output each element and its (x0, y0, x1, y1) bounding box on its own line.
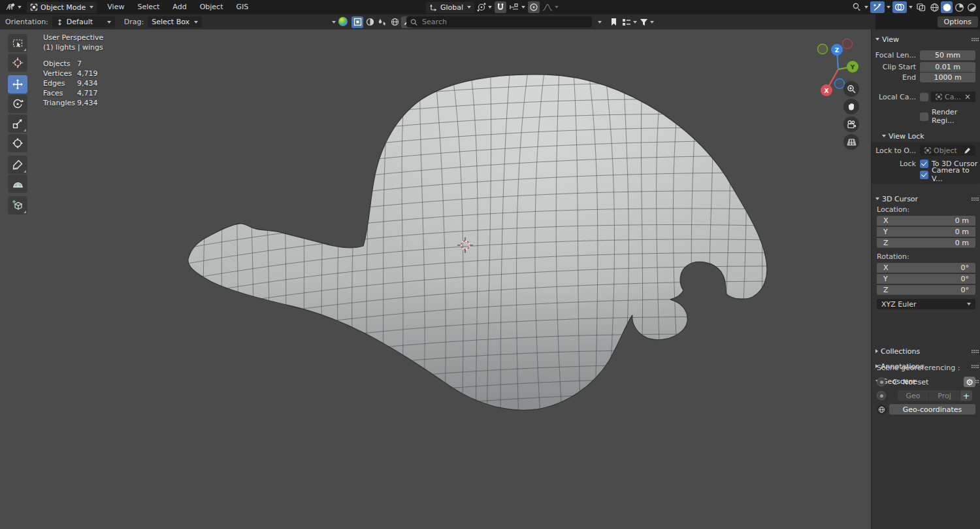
tool-move[interactable] (8, 75, 27, 94)
geo-coordinates-button[interactable]: Geo-coordinates (889, 404, 975, 415)
display-mode-icon (622, 18, 631, 26)
clip-end-value: 1000 m (934, 73, 961, 82)
cursor-rot-y-slider[interactable]: Y0° (877, 274, 975, 284)
search-bar[interactable] (406, 16, 592, 27)
snap-target-button[interactable] (509, 1, 525, 13)
scale-tool-icon (12, 118, 24, 129)
rainbow-sphere-icon[interactable] (338, 17, 348, 26)
eyedropper-icon[interactable] (964, 147, 971, 154)
axis-value: 0° (961, 264, 970, 272)
proportional-falloff-button[interactable] (542, 1, 559, 13)
zoom-button[interactable] (843, 81, 859, 97)
clip-end-field[interactable]: 1000 m (920, 73, 975, 82)
tool-transform[interactable] (8, 134, 27, 152)
show-gizmo-toggle[interactable] (870, 1, 885, 13)
clip-start-field[interactable]: 0.01 m (920, 62, 975, 72)
menu-view[interactable]: View (101, 0, 131, 14)
lock-camera-row: Camera to V... (872, 169, 980, 180)
menubar: View Select Add Object GIS (101, 0, 255, 14)
tool-measure[interactable] (8, 175, 27, 193)
snap-toggle-button[interactable] (495, 1, 506, 13)
proj-button[interactable]: Proj (928, 390, 960, 401)
shading-solid-button[interactable] (941, 1, 953, 13)
chevron-down-icon[interactable] (887, 6, 890, 9)
render-region-checkbox[interactable] (920, 112, 928, 121)
drag-grip-icon[interactable] (972, 350, 973, 351)
section-3d-cursor[interactable]: 3D Cursor (872, 193, 980, 205)
editor-type-button[interactable] (5, 1, 22, 13)
pivot-point-icon (477, 3, 486, 12)
mesh-filter-button[interactable] (351, 16, 363, 28)
focal-length-field[interactable]: 50 mm (920, 50, 975, 60)
tool-rotate[interactable] (8, 95, 27, 113)
cursor-loc-y-slider[interactable]: Y0 m (877, 227, 975, 237)
axis-neg-y-ball[interactable] (818, 44, 828, 54)
section-collections[interactable]: Collections (872, 345, 980, 357)
cursor-rot-x-slider[interactable]: X0° (877, 263, 975, 273)
lock-to-3d-cursor-checkbox[interactable] (920, 160, 928, 168)
cursor-loc-z-slider[interactable]: Z0 m (877, 238, 975, 248)
tool-add-cube[interactable] (8, 196, 27, 214)
display-mode-button[interactable] (622, 16, 637, 28)
lock-object-field[interactable]: Object (920, 145, 975, 156)
selectability-visibility-button[interactable] (852, 1, 868, 13)
droplets-filter-button[interactable] (376, 16, 388, 28)
expand-dropdown-button[interactable] (593, 16, 605, 28)
orientation-dropdown[interactable]: Default (52, 16, 115, 27)
rotation-mode-dropdown[interactable]: XYZ Euler (877, 299, 975, 309)
tool-select-box[interactable] (8, 34, 27, 52)
filter-button[interactable] (640, 16, 654, 28)
crs-radio[interactable] (877, 377, 886, 386)
section-view-lock[interactable]: View Lock (878, 130, 980, 142)
bookmark-button[interactable] (608, 16, 619, 28)
add-crs-button[interactable]: + (960, 390, 972, 401)
cursor-loc-x-slider[interactable]: X0 m (877, 216, 975, 226)
menu-select[interactable]: Select (131, 0, 166, 14)
axis-y-ball[interactable]: Y (847, 61, 858, 73)
drag-dropdown[interactable]: Select Box (148, 16, 202, 27)
menu-add[interactable]: Add (166, 0, 193, 14)
axis-z-ball[interactable]: Z (831, 44, 843, 56)
perspective-toggle-button[interactable] (843, 134, 859, 150)
mode-selector[interactable]: Object Mode (27, 2, 97, 13)
search-input[interactable] (421, 17, 588, 27)
camera-view-button[interactable] (843, 116, 859, 132)
shading-wireframe-button[interactable] (928, 1, 940, 13)
drag-grip-icon[interactable] (972, 38, 973, 39)
axis-neg-x-ball[interactable] (843, 39, 853, 49)
xray-toggle[interactable] (915, 1, 926, 13)
gear-icon[interactable] (964, 377, 975, 387)
options-button[interactable]: Options (938, 16, 978, 27)
tool-annotate[interactable] (8, 156, 27, 174)
orientation-value: Default (67, 18, 103, 26)
proportional-editing-button[interactable] (528, 1, 540, 13)
shading-material-button[interactable] (953, 1, 965, 13)
geo-button[interactable]: Geo (898, 390, 928, 401)
show-overlays-toggle[interactable] (892, 1, 907, 13)
camera-to-view-label: Camera to V... (932, 166, 980, 183)
axis-x-ball[interactable]: X (821, 84, 832, 96)
clear-icon[interactable] (964, 93, 971, 101)
transform-orientation-selector[interactable]: Global (426, 2, 474, 13)
menu-object[interactable]: Object (193, 0, 230, 14)
orientation-axes-icon (429, 3, 438, 11)
globe-filter-button[interactable] (389, 16, 400, 28)
cursor-rot-z-slider[interactable]: Z0° (877, 285, 975, 295)
drag-grip-icon[interactable] (972, 197, 973, 199)
camera-to-view-checkbox[interactable] (920, 171, 928, 179)
chevron-down-icon[interactable] (909, 6, 913, 9)
shading-rendered-button[interactable] (966, 1, 977, 13)
axis-value: 0 m (955, 216, 969, 225)
pan-button[interactable] (843, 99, 859, 114)
pivot-point-button[interactable] (477, 1, 492, 13)
collapse-chevron-icon[interactable] (332, 21, 336, 24)
local-camera-checkbox[interactable] (920, 93, 928, 101)
menu-gis[interactable]: GIS (229, 0, 255, 14)
tool-scale[interactable] (8, 114, 27, 133)
drag-grip-icon[interactable] (972, 365, 973, 366)
local-camera-field[interactable]: Ca... (931, 92, 975, 102)
tool-cursor[interactable] (8, 54, 27, 72)
geo-proj-radio[interactable] (877, 391, 886, 400)
section-view[interactable]: View (872, 33, 980, 45)
contrast-filter-button[interactable] (364, 16, 376, 28)
